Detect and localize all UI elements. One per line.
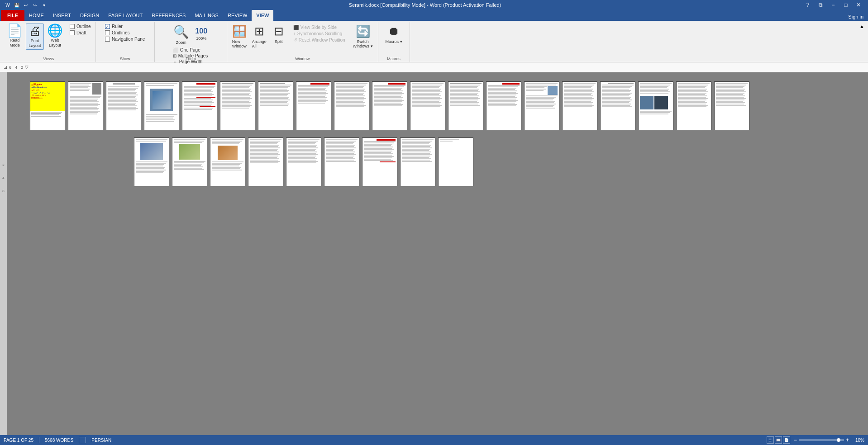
page-thumb-21[interactable] [172, 137, 207, 186]
page-thumb-24[interactable] [286, 137, 321, 186]
tab-references[interactable]: REFERENCES [147, 10, 190, 21]
new-window-btn[interactable]: 🪟 NewWindow [230, 24, 249, 49]
ruler-mark-6: 6 [9, 65, 11, 70]
minimize-btn[interactable]: − [827, 0, 839, 10]
quick-access-toolbar: W 💾 ↩ ↪ ▾ [4, 1, 48, 9]
view-side-by-side-btn[interactable]: ⬛ View Side by Side [291, 24, 347, 30]
zoom-100-btn[interactable]: 100 100% [192, 24, 210, 46]
page-thumb-13[interactable] [486, 81, 521, 130]
help-btn[interactable]: ? [802, 0, 814, 10]
page-thumb-7[interactable] [258, 81, 293, 130]
page-thumb-17[interactable] [638, 81, 673, 130]
zoom-out-btn[interactable]: − [794, 437, 797, 443]
ruler-btn[interactable]: ✓ Ruler [103, 24, 147, 29]
signin-link[interactable]: Sign in [844, 13, 868, 21]
read-mode-btn[interactable]: 📄 ReadMode [5, 24, 25, 50]
page-1-text2: قابل دانلود... [31, 89, 64, 91]
navigation-pane-checkbox[interactable] [105, 37, 110, 42]
read-mode-icon: 📄 [7, 24, 23, 37]
switch-windows-btn[interactable]: 🔄 SwitchWindows ▾ [351, 24, 375, 49]
page-thumb-28[interactable] [438, 137, 473, 186]
print-layout-label: PrintLayout [29, 38, 41, 48]
page-thumb-26[interactable] [362, 137, 397, 186]
customize-btn[interactable]: ▾ [40, 1, 48, 9]
page-thumb-2[interactable] [68, 81, 103, 130]
restore-btn[interactable]: ⧉ [815, 0, 826, 10]
zoom-percent[interactable]: 10% [851, 438, 864, 443]
tab-mailings[interactable]: MAILINGS [190, 10, 223, 21]
page-thumb-25a[interactable] [324, 137, 359, 186]
outline-label: Outline [76, 24, 91, 29]
one-page-icon: ⬜ [173, 47, 178, 52]
status-divider-1 [39, 437, 39, 443]
gridlines-btn[interactable]: Gridlines [103, 30, 147, 36]
print-layout-btn[interactable]: 🖨 PrintLayout [26, 24, 44, 50]
arrange-all-btn[interactable]: ⊞ ArrangeAll [250, 24, 269, 49]
one-page-btn[interactable]: ⬜ One Page [171, 47, 210, 53]
web-layout-icon: 🌐 [47, 24, 63, 37]
redo-btn[interactable]: ↪ [31, 1, 39, 9]
split-btn[interactable]: ⊟ Split [270, 24, 288, 49]
gridlines-checkbox[interactable] [105, 30, 110, 35]
zoom-in-btn[interactable]: + [846, 437, 849, 443]
page-thumb-1[interactable]: تحقیق آنلاین پژوهشکده آنلاین.com قابل دا… [30, 81, 65, 130]
zoom-slider[interactable] [799, 439, 844, 441]
tab-review[interactable]: REVIEW [223, 10, 252, 21]
page-4-image [150, 89, 173, 111]
page-thumb-5[interactable] [182, 81, 217, 130]
tab-file[interactable]: FILE [1, 10, 24, 21]
outline-checkbox[interactable] [70, 24, 75, 29]
navigation-pane-btn[interactable]: Navigation Pane [103, 36, 147, 42]
tab-page-layout[interactable]: PAGE LAYOUT [104, 10, 147, 21]
web-layout-btn[interactable]: 🌐 WebLayout [45, 24, 65, 50]
views-group: 📄 ReadMode 🖨 PrintLayout 🌐 WebLayout [2, 22, 96, 62]
undo-btn[interactable]: ↩ [22, 1, 30, 9]
page-thumb-9[interactable] [334, 81, 369, 130]
page-thumb-16[interactable] [600, 81, 635, 130]
margin-mark-2: 2 [2, 163, 4, 167]
page-thumb-11[interactable] [410, 81, 445, 130]
page-thumb-12[interactable] [448, 81, 483, 130]
window-actions: ⬛ View Side by Side ↕ Synchronous Scroll… [291, 24, 347, 43]
page-thumb-14[interactable] [524, 81, 559, 130]
page-thumb-4[interactable] [144, 81, 179, 130]
page-thumb-3[interactable] [106, 81, 141, 130]
page-thumb-18[interactable] [676, 81, 711, 130]
draft-checkbox[interactable] [70, 30, 75, 35]
page-thumb-6[interactable] [220, 81, 255, 130]
ruler-checkbox[interactable]: ✓ [105, 24, 110, 29]
page-thumb-22[interactable] [210, 137, 245, 186]
outline-btn[interactable]: Outline [68, 24, 93, 29]
page-20-image [140, 143, 163, 160]
macros-group-label: Macros [378, 57, 410, 61]
zoom-btn[interactable]: 🔍 Zoom [171, 24, 191, 46]
ruler-bar: ⊿ 6 4 2 ▽ [0, 62, 868, 72]
page-thumb-23[interactable] [248, 137, 283, 186]
maximize-btn[interactable]: □ [840, 0, 852, 10]
macros-btn[interactable]: ⏺ Macros ▾ [383, 24, 405, 45]
collapse-ribbon-btn[interactable]: ▲ [858, 22, 866, 31]
draft-btn[interactable]: Draft [68, 30, 93, 36]
page-thumb-19[interactable] [714, 81, 749, 130]
page-thumb-27[interactable] [400, 137, 435, 186]
reset-window-position-btn[interactable]: ↺ Reset Window Position [291, 37, 347, 43]
document-area[interactable]: تحقیق آنلاین پژوهشکده آنلاین.com قابل دا… [7, 72, 868, 435]
one-page-label: One Page [180, 47, 200, 52]
reading-view-btn[interactable]: 📖 [775, 436, 782, 444]
proofing-icon[interactable] [79, 437, 86, 443]
save-btn[interactable]: 💾 [13, 1, 21, 9]
tab-insert[interactable]: INSERT [48, 10, 76, 21]
page-thumb-15[interactable] [562, 81, 597, 130]
tab-design[interactable]: DESIGN [76, 10, 104, 21]
page-thumb-20[interactable] [134, 137, 169, 186]
close-btn[interactable]: ✕ [853, 0, 864, 10]
word-icon: W [4, 1, 12, 9]
page-thumb-10[interactable] [372, 81, 407, 130]
tab-view[interactable]: VIEW [252, 10, 273, 21]
normal-view-btn[interactable]: ☰ [767, 436, 774, 444]
split-icon: ⊟ [274, 24, 284, 38]
page-layout-view-btn[interactable]: 📄 [783, 436, 790, 444]
tab-home[interactable]: HOME [24, 10, 48, 21]
page-thumb-8[interactable] [296, 81, 331, 130]
synchronous-scrolling-btn[interactable]: ↕ Synchronous Scrolling [291, 31, 347, 37]
